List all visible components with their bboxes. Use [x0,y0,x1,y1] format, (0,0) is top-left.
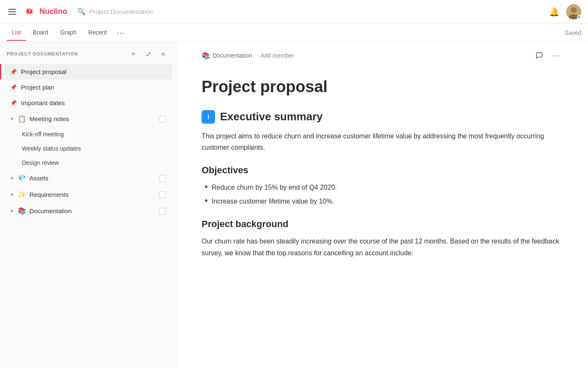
chevron-right-icon: ▼ [10,209,14,213]
section-heading: Executive summary [220,110,323,123]
section-objectives: Objectives [202,165,563,176]
sidebar-group-documentation[interactable]: ▼ 📚 Documentation [3,203,173,219]
tab-board[interactable]: Board [28,25,53,41]
chevron-down-icon: ▼ [10,116,14,121]
collapse-sidebar-button[interactable]: « [158,48,169,60]
chevron-right-icon: ▼ [10,193,14,197]
add-item-button[interactable]: + [127,48,139,60]
tab-bar: List Board Graph Recent ⋯ Saved [0,24,588,42]
group-emoji: 💎 [18,174,26,182]
top-nav: Nuclino 🔍 Project Documentation 🔔 [0,0,588,24]
more-options-button[interactable]: ⋯ [549,49,563,62]
pin-icon: 📌 [10,69,17,75]
project-background-text: Our churn rate has been steadily increas… [202,236,563,258]
saved-status: Saved [564,29,581,36]
search-placeholder: Project Documentation [89,8,153,15]
group-checkbox[interactable] [159,175,166,182]
svg-point-2 [571,7,577,13]
sidebar: PROJECT DOCUMENTATION + ⤢ « 📌 Project pr… [0,42,176,368]
sidebar-child-weekly[interactable]: Weekly status updates [3,141,173,156]
group-label: Documentation [29,207,72,214]
search-icon: 🔍 [77,8,86,16]
tab-graph[interactable]: Graph [55,25,81,41]
breadcrumb-emoji: 📚 [202,52,210,60]
group-emoji: 📚 [18,207,26,215]
list-item: Reduce churn by 15% by end of Q4 2020. [205,182,563,193]
group-checkbox[interactable] [159,116,166,122]
sidebar-item-project-proposal[interactable]: 📌 Project proposal [3,64,173,79]
sidebar-child-kickoff[interactable]: Kick-off meeting [3,127,173,141]
sidebar-title: PROJECT DOCUMENTATION [7,51,78,56]
document-title: Project proposal [202,77,563,97]
group-label: Assets [29,175,48,182]
avatar-wrap[interactable] [566,4,581,19]
expand-button[interactable]: ⤢ [142,48,154,60]
content-toolbar: 📚 Documentation Add member ⋯ [202,42,563,71]
section-executive-summary: i Executive summary [202,110,563,124]
sidebar-group-assets[interactable]: ▼ 💎 Assets [3,170,173,186]
section-project-background: Project background [202,219,563,230]
list-item: Increase customer lifetime value by 10%. [205,196,563,207]
tab-more-button[interactable]: ⋯ [113,26,128,40]
bell-icon[interactable]: 🔔 [549,7,559,17]
sidebar-actions: + ⤢ « [127,48,169,60]
sidebar-item-project-plan[interactable]: 📌 Project plan [3,79,173,95]
breadcrumb-label: Documentation [213,52,252,59]
pin-icon: 📌 [10,84,17,90]
chevron-right-icon: ▼ [10,176,14,180]
group-emoji: 📋 [18,115,26,123]
tab-list[interactable]: List [7,25,26,41]
sidebar-group-meeting-notes[interactable]: ▼ 📋 Meeting notes [3,111,173,127]
list-item-text: Reduce churn by 15% by end of Q4 2020. [212,182,337,193]
sidebar-group-requirements[interactable]: ▼ ✨ Requirements [3,186,173,203]
child-label: Weekly status updates [22,145,81,152]
search-area[interactable]: 🔍 Project Documentation [72,5,544,18]
group-checkbox[interactable] [159,208,166,214]
sidebar-header: PROJECT DOCUMENTATION + ⤢ « [0,42,176,64]
add-member-button[interactable]: Add member [257,50,297,61]
group-checkbox[interactable] [159,191,166,198]
executive-summary-text: This project aims to reduce churn and in… [202,130,563,153]
main-layout: PROJECT DOCUMENTATION + ⤢ « 📌 Project pr… [0,42,588,368]
content-area: 📚 Documentation Add member ⋯ Project pro… [176,42,588,368]
group-label: Requirements [29,191,68,198]
sidebar-item-label: Project plan [21,84,54,91]
content-icons: ⋯ [533,49,563,62]
group-emoji: ✨ [18,191,26,199]
breadcrumb[interactable]: 📚 Documentation [202,52,252,60]
bullet-dot [205,199,207,202]
bullet-dot [205,185,207,188]
logo-icon [23,5,36,19]
child-label: Design review [22,159,59,166]
hamburger-icon[interactable] [7,7,18,16]
logo-area[interactable]: Nuclino [23,5,67,19]
sidebar-item-label: Important dates [21,99,65,106]
sidebar-item-important-dates[interactable]: 📌 Important dates [3,95,173,111]
group-label: Meeting notes [29,115,69,122]
sidebar-item-label: Project proposal [21,68,66,75]
list-item-text: Increase customer lifetime value by 10%. [212,196,334,207]
tab-recent[interactable]: Recent [83,25,112,41]
sidebar-child-design[interactable]: Design review [3,156,173,170]
app-name: Nuclino [39,7,67,16]
nav-right: 🔔 [549,4,581,19]
pin-icon: 📌 [10,100,17,106]
info-icon: i [202,110,215,124]
objectives-list: Reduce churn by 15% by end of Q4 2020. I… [202,182,563,207]
comments-button[interactable] [533,49,546,62]
child-label: Kick-off meeting [22,131,64,138]
online-indicator [577,15,581,19]
